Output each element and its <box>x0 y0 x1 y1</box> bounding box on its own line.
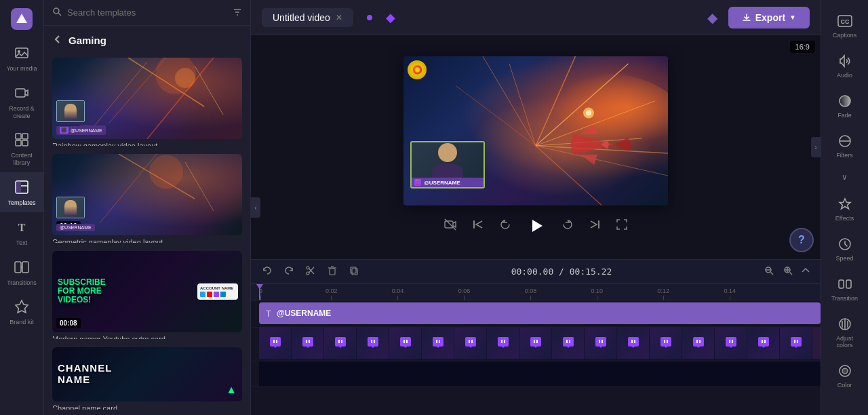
expand-right-button[interactable]: › <box>811 137 821 157</box>
svg-rect-111 <box>634 340 635 343</box>
sidebar-item-text[interactable]: T Text <box>0 212 43 252</box>
rewind-button[interactable] <box>497 216 513 235</box>
right-tool-effects[interactable]: Effects <box>821 189 868 229</box>
svg-point-32 <box>149 155 183 189</box>
svg-rect-66 <box>273 340 275 343</box>
skip-back-button[interactable] <box>470 216 486 235</box>
right-tool-adjust-colors[interactable]: Adjustcolors <box>821 309 868 355</box>
sidebar-item-brand-kit[interactable]: Brand kit <box>0 292 43 332</box>
diamond-icon-header: ◆ <box>386 10 395 25</box>
twitch-cell-10 <box>585 328 617 359</box>
search-icon <box>52 7 62 18</box>
timeline-time: 00:00.00 / 00:15.22 <box>368 266 755 277</box>
pip-username-bar: 🟪 @USERNAME <box>412 178 484 187</box>
svg-rect-113 <box>660 337 671 347</box>
sidebar-item-label-brand-kit: Brand kit <box>9 319 34 326</box>
svg-rect-130 <box>794 340 795 343</box>
tab-close-icon[interactable]: ✕ <box>336 13 342 22</box>
fullscreen-button[interactable] <box>614 216 630 235</box>
svg-rect-53 <box>330 269 335 275</box>
preview-canvas: 🟪 @USERNAME ⭕ <box>403 56 668 205</box>
template-item-geometric[interactable]: 00:16 @USERNAME Geometric gameplay video… <box>52 154 242 242</box>
twitch-cell-13 <box>682 328 715 359</box>
forward-button[interactable] <box>559 216 576 235</box>
track-label-dark <box>251 361 259 387</box>
sidebar-item-record-create[interactable]: Record &create <box>0 78 43 125</box>
svg-rect-127 <box>764 340 766 343</box>
right-tool-color[interactable]: Color <box>821 355 868 395</box>
svg-rect-57 <box>351 267 356 273</box>
pip-figure <box>64 104 77 119</box>
premium-diamond-icon[interactable]: ◆ <box>707 9 717 26</box>
back-button[interactable] <box>52 34 63 47</box>
svg-marker-120 <box>696 346 701 348</box>
channel-arrow: ▲ <box>226 384 237 396</box>
video-title: Untitled video <box>273 12 330 23</box>
video-track-block[interactable] <box>259 328 821 359</box>
cut-button[interactable] <box>302 264 319 279</box>
svg-rect-97 <box>530 337 541 347</box>
template-time-3: 00:08 <box>56 318 81 328</box>
right-tool-filters[interactable]: Filters <box>821 125 868 165</box>
svg-rect-69 <box>302 337 313 347</box>
record-create-icon <box>12 83 31 102</box>
svg-rect-14 <box>22 262 28 273</box>
twitch-cell-6 <box>454 328 487 359</box>
social-icon-4 <box>220 292 226 297</box>
app-logo[interactable] <box>8 5 35 33</box>
svg-marker-72 <box>306 346 310 348</box>
right-tool-fade[interactable]: Fade <box>821 85 868 125</box>
svg-rect-119 <box>699 340 701 343</box>
templates-panel: Gaming <box>44 0 251 415</box>
timeline-ruler: 0 0:02 0:04 0:06 0:08 0:10 0:12 0:14 <box>251 284 821 300</box>
svg-rect-117 <box>693 337 704 347</box>
svg-marker-132 <box>794 346 798 348</box>
search-bar <box>44 0 250 26</box>
social-icon-3 <box>214 292 219 297</box>
text-track-block[interactable]: T @USERNAME <box>259 302 821 324</box>
delete-icon <box>328 266 337 275</box>
template-item-outro[interactable]: SUBSCRIBEFOR MOREVIDEOS! ACCOUNT NAME <box>52 251 242 339</box>
undo-button[interactable] <box>259 264 275 279</box>
filter-icon[interactable] <box>233 7 242 18</box>
sidebar-item-your-media[interactable]: Your media <box>0 38 43 78</box>
search-input[interactable] <box>67 7 227 18</box>
skip-forward-button[interactable] <box>587 216 603 235</box>
sidebar-item-templates[interactable]: Templates <box>0 172 43 212</box>
svg-marker-108 <box>599 346 603 348</box>
svg-marker-92 <box>469 346 473 348</box>
svg-rect-8 <box>22 140 28 146</box>
camera-toggle-button[interactable] <box>441 216 459 236</box>
zoom-out-button[interactable] <box>761 264 777 279</box>
sidebar-item-label-text: Text <box>16 239 28 247</box>
audio-label: Audio <box>837 72 852 79</box>
svg-marker-112 <box>631 346 635 348</box>
account-name: ACCOUNT NAME <box>200 286 235 290</box>
track-row-text: T @USERNAME <box>251 300 821 328</box>
sidebar-item-transitions[interactable]: Transitions <box>0 252 43 292</box>
sidebar-item-content-library[interactable]: Contentlibrary <box>0 125 43 172</box>
timeline-expand-button[interactable] <box>799 264 812 279</box>
title-tab[interactable]: Untitled video ✕ <box>262 8 353 27</box>
export-button[interactable]: Export ▼ <box>728 7 810 28</box>
play-button[interactable] <box>524 214 549 238</box>
right-tool-audio[interactable]: Audio <box>821 45 868 85</box>
chevron-down-icon[interactable]: ∨ <box>839 170 850 184</box>
template-thumb-bg-3: SUBSCRIBEFOR MOREVIDEOS! ACCOUNT NAME <box>52 251 242 332</box>
copy-button[interactable] <box>346 264 362 279</box>
template-item-rainbow[interactable]: 00:16 ⬛ @USERNAME Rainbow gameplay video… <box>52 58 242 146</box>
right-tool-captions[interactable]: CC Captions <box>821 5 868 45</box>
adjust-colors-label: Adjustcolors <box>836 335 853 349</box>
delete-button[interactable] <box>324 264 340 279</box>
template-item-channel[interactable]: CHANNELNAME ▲ Channel name card <box>52 347 242 410</box>
zoom-in-button[interactable] <box>780 264 796 279</box>
help-button[interactable]: ? <box>789 228 814 252</box>
svg-rect-129 <box>791 337 802 347</box>
svg-line-31 <box>185 162 214 211</box>
redo-button[interactable] <box>281 264 297 279</box>
right-tool-speed[interactable]: Speed <box>821 229 868 269</box>
filters-icon <box>836 132 854 150</box>
collapse-panel-button[interactable]: ‹ <box>251 197 260 218</box>
right-tool-transition[interactable]: Transition <box>821 269 868 309</box>
twitch-cell-7 <box>487 328 519 359</box>
